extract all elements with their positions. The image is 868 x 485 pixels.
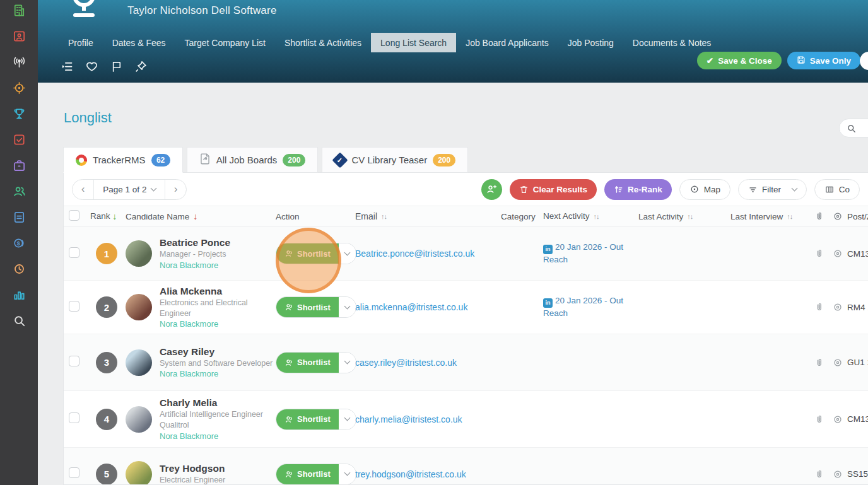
- pin-icon[interactable]: [134, 59, 148, 73]
- rerank-button[interactable]: Re-Rank: [604, 179, 672, 200]
- candidate-owner-link[interactable]: Nora Blackmore: [160, 319, 276, 329]
- row-checkbox[interactable]: [69, 356, 79, 366]
- col-rank[interactable]: Rank: [90, 211, 110, 221]
- next-activity-link[interactable]: 20 Jan 2026 - Out Reach: [543, 296, 623, 318]
- eye-icon[interactable]: [833, 248, 843, 259]
- people-icon[interactable]: [11, 184, 26, 199]
- tab-all-job-boards[interactable]: All Job Boards 200: [187, 147, 319, 173]
- tab-job-posting[interactable]: Job Posting: [558, 33, 623, 52]
- sort-asc-icon[interactable]: ↓: [112, 211, 117, 221]
- columns-button[interactable]: Co: [814, 179, 860, 200]
- collapse-menu-icon[interactable]: [60, 59, 74, 73]
- col-next-activity[interactable]: Next Activity: [543, 211, 590, 222]
- select-all-checkbox[interactable]: [69, 210, 79, 221]
- shortlist-dropdown-caret[interactable]: [339, 297, 356, 317]
- search-icon[interactable]: [11, 313, 26, 328]
- broadcast-icon[interactable]: [11, 54, 26, 69]
- candidate-email-link[interactable]: alia.mckenna@itristest.co.uk: [355, 302, 467, 312]
- row-checkbox[interactable]: [69, 247, 79, 258]
- candidate-name[interactable]: Casey Riley: [160, 346, 276, 358]
- tab-profile[interactable]: Profile: [59, 33, 103, 52]
- next-activity-link[interactable]: 20 Jan 2026 - Out Reach: [543, 242, 623, 264]
- eye-icon[interactable]: [833, 211, 843, 221]
- eye-icon[interactable]: [833, 302, 843, 312]
- col-email[interactable]: Email: [355, 211, 377, 221]
- tab-target-company-list[interactable]: Target Company List: [175, 33, 275, 52]
- save-only-button[interactable]: Save Only: [787, 52, 860, 69]
- shortlist-split-button[interactable]: Shortlist: [276, 464, 356, 485]
- candidate-name[interactable]: Charly Melia: [160, 397, 276, 409]
- tab-job-board-applicants[interactable]: Job Board Applicants: [456, 33, 558, 52]
- sort-desc-icon[interactable]: ↓: [193, 211, 197, 221]
- col-candidate-name[interactable]: Candidate Name: [126, 212, 189, 221]
- tab-documents-notes[interactable]: Documents & Notes: [623, 33, 721, 52]
- col-category[interactable]: Category: [501, 212, 536, 221]
- attachment-icon[interactable]: [814, 358, 824, 368]
- target-icon[interactable]: [11, 80, 26, 95]
- shortlist-dropdown-caret[interactable]: [339, 243, 356, 264]
- company-icon[interactable]: [11, 3, 26, 18]
- avatar: [126, 240, 152, 267]
- candidate-name[interactable]: Trey Hodgson: [160, 463, 276, 474]
- candidate-owner-link[interactable]: Nora Blackmore: [160, 369, 276, 378]
- contact-card-icon[interactable]: [11, 28, 26, 44]
- sort-both-icon[interactable]: ↑↓: [594, 212, 599, 221]
- prev-page-button[interactable]: ‹: [73, 180, 93, 199]
- tab-long-list-search[interactable]: Long List Search: [371, 33, 456, 52]
- chart-icon[interactable]: [11, 287, 26, 302]
- candidate-email-link[interactable]: casey.riley@itristest.co.uk: [355, 358, 457, 368]
- money-icon[interactable]: $: [11, 235, 26, 250]
- tab-shortlist-activities[interactable]: Shortlist & Activities: [275, 33, 371, 52]
- flag-icon[interactable]: [109, 59, 123, 73]
- briefcase-icon[interactable]: [11, 158, 26, 173]
- save-close-button[interactable]: ✔ Save & Close: [697, 52, 782, 69]
- row-checkbox[interactable]: [69, 301, 79, 312]
- candidate-email-link[interactable]: Beatrice.ponce@itristest.co.uk: [355, 248, 474, 259]
- notes-icon[interactable]: [11, 209, 26, 225]
- tab-dates-fees[interactable]: Dates & Fees: [103, 33, 175, 52]
- header-extra-button[interactable]: [860, 52, 868, 70]
- candidate-name[interactable]: Beatrice Ponce: [160, 237, 276, 248]
- shortlist-dropdown-caret[interactable]: [339, 464, 356, 484]
- attachment-icon[interactable]: [814, 211, 824, 221]
- shortlist-split-button[interactable]: Shortlist: [276, 296, 356, 318]
- shortlist-split-button[interactable]: Shortlist: [276, 243, 356, 264]
- attachment-icon[interactable]: [814, 248, 824, 259]
- attachment-icon[interactable]: [814, 469, 824, 479]
- clear-results-button[interactable]: Clear Results: [510, 179, 597, 200]
- sort-both-icon[interactable]: ↑↓: [787, 213, 792, 220]
- sort-both-icon[interactable]: ↑↓: [381, 213, 387, 220]
- filter-button[interactable]: Filter: [738, 179, 807, 200]
- eye-icon[interactable]: [833, 469, 843, 479]
- shortlist-split-button[interactable]: Shortlist: [276, 409, 356, 430]
- shortlist-dropdown-caret[interactable]: [339, 353, 356, 373]
- trophy-icon[interactable]: [11, 106, 26, 121]
- tab-trackerrms[interactable]: TrackerRMS 62: [63, 147, 183, 173]
- col-last-interview[interactable]: Last Interview: [730, 212, 783, 221]
- col-post-zip[interactable]: Post/Z: [847, 212, 868, 221]
- tab-cv-library-teaser[interactable]: ✓ CV Library Teaser 200: [322, 147, 468, 173]
- next-page-button[interactable]: ›: [165, 180, 186, 199]
- add-person-button[interactable]: [481, 179, 502, 200]
- attachment-icon[interactable]: [814, 302, 824, 312]
- eye-icon[interactable]: [833, 358, 843, 368]
- candidate-email-link[interactable]: charly.melia@itristest.co.uk: [355, 414, 462, 424]
- attachment-icon[interactable]: [814, 414, 824, 424]
- page-selector[interactable]: Page 1 of 2: [93, 180, 165, 199]
- candidate-owner-link[interactable]: Nora Blackmore: [160, 431, 276, 441]
- sort-both-icon[interactable]: ↑↓: [687, 213, 693, 220]
- candidate-owner-link[interactable]: Nora Blackmore: [160, 260, 276, 270]
- map-button[interactable]: Map: [679, 179, 730, 200]
- candidate-name[interactable]: Alia Mckenna: [160, 286, 276, 297]
- candidate-email-link[interactable]: trey.hodgson@itristest.co.uk: [355, 469, 466, 479]
- row-checkbox[interactable]: [69, 412, 79, 423]
- clock-icon[interactable]: [11, 261, 26, 276]
- shortlist-dropdown-caret[interactable]: [339, 409, 356, 429]
- results-search-button[interactable]: [839, 119, 868, 137]
- tasks-icon[interactable]: [11, 132, 26, 147]
- row-checkbox[interactable]: [69, 467, 79, 478]
- shortlist-split-button[interactable]: Shortlist: [276, 352, 356, 373]
- col-last-activity[interactable]: Last Activity: [638, 212, 683, 221]
- favourite-heart-icon[interactable]: [85, 59, 98, 73]
- eye-icon[interactable]: [833, 414, 843, 424]
